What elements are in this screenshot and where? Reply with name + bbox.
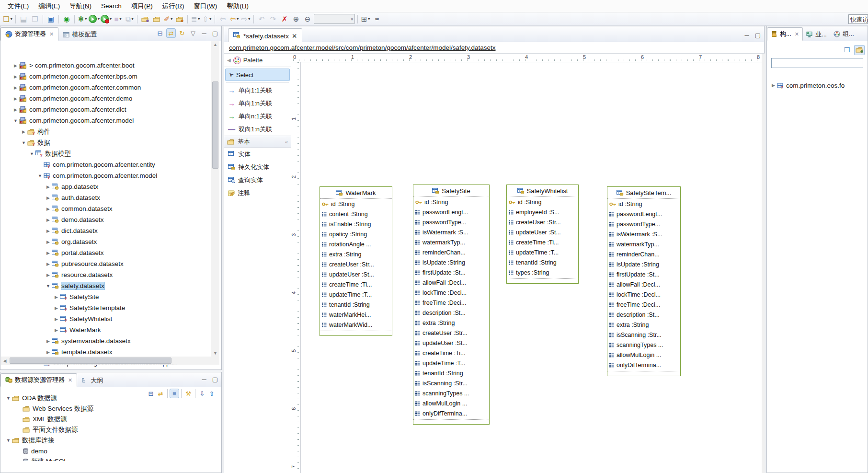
entity-field[interactable]: description :St... (607, 310, 680, 320)
tree-item-safety.datasetx[interactable]: ▼safety.datasetx (45, 280, 104, 291)
redo-button[interactable]: ↷ (268, 14, 278, 24)
entity-field[interactable]: isEnable :String (320, 219, 392, 229)
tree-item-数据模型[interactable]: ▼?数据模型 (28, 148, 71, 159)
chevron-collapsed-icon[interactable]: ▶ (770, 83, 777, 88)
menu-运行R[interactable]: 运行(R) (158, 0, 189, 12)
menu-项目P[interactable]: 项目(P) (126, 0, 158, 12)
chevron-collapsed-icon[interactable]: ▶ (45, 185, 52, 189)
start-server-button[interactable]: ◉ (61, 14, 72, 24)
scroll-down-arrow[interactable]: ▼ (211, 351, 219, 356)
tree-item-构件[interactable]: ▶?构件 (20, 126, 50, 137)
open-console-button[interactable]: ▣ (46, 14, 56, 24)
entity-field[interactable]: passwordLengt... (413, 207, 489, 217)
chevron-expanded-icon[interactable]: ▼ (28, 151, 35, 156)
tree-item-com.primeton.gocom.afcenter.bps.om[interactable]: ▶com.primeton.gocom.afcenter.bps.om (12, 71, 137, 82)
entity-field[interactable]: id :String (413, 197, 489, 207)
entity-field[interactable]: extra :String (413, 318, 489, 328)
open-package-button[interactable] (151, 14, 162, 24)
entity-field[interactable]: content :String (320, 209, 392, 219)
palette-tool-实体[interactable]: 实体 (224, 148, 291, 161)
entity-field[interactable]: scanningTypes ... (413, 388, 489, 398)
chevron-collapsed-icon[interactable]: ▶ (12, 107, 19, 112)
entity-field[interactable]: employeeId :S... (507, 207, 578, 217)
chevron-collapsed-icon[interactable]: ▶ (20, 129, 27, 134)
entity-field[interactable]: createTime :Ti... (413, 348, 489, 358)
right-tab-构[interactable]: 构...✕ (767, 27, 803, 41)
chevron-collapsed-icon[interactable]: ▶ (45, 218, 52, 222)
entity-field[interactable]: tenantId :String (320, 300, 392, 310)
dropdown-arrow-icon[interactable]: ▾ (248, 17, 250, 21)
entity-field[interactable]: createUser :Str... (413, 328, 489, 338)
tree-item-com.primeton.gocom.afcenter.boot[interactable]: ▶> com.primeton.gocom.afcenter.boot (12, 60, 135, 71)
entity-field[interactable]: extra :String (607, 320, 680, 330)
zoom-out-button[interactable]: ⊖ (302, 14, 313, 24)
dropdown-arrow-icon[interactable]: ▾ (85, 17, 87, 21)
tree-item-XML数据源[interactable]: XML 数据源 (15, 414, 67, 425)
chevron-expanded-icon[interactable]: ▼ (20, 140, 27, 145)
minimize-icon[interactable]: ─ (199, 28, 209, 38)
entity-field[interactable]: updateUser :St... (413, 338, 489, 348)
tree-item-demo[interactable]: demo (15, 446, 47, 456)
pin-section-icon[interactable]: « (285, 139, 288, 145)
minimize-icon[interactable]: ─ (199, 374, 209, 384)
close-icon[interactable]: ✕ (49, 31, 54, 37)
new-wizard-button[interactable]: ❏▾ (2, 14, 13, 24)
link-with-editor-icon[interactable]: ⇄ (166, 28, 176, 38)
forward-button[interactable]: ⇨▾ (240, 14, 251, 24)
save-button[interactable]: ⬓ (18, 14, 29, 24)
project-tree-vscrollbar[interactable]: ▲ ▼ (211, 41, 219, 357)
chevron-collapsed-icon[interactable]: ▶ (53, 317, 60, 322)
close-icon[interactable]: ✕ (292, 32, 297, 40)
entity-field[interactable]: watermarkTyp... (607, 239, 680, 249)
entity-field[interactable]: updateTime :T... (413, 358, 489, 368)
entity-box-WaterMark[interactable]: WaterMarkid :Stringcontent :StringisEnab… (320, 186, 392, 336)
entity-field[interactable]: isWatermark :S... (607, 229, 680, 239)
chevron-collapsed-icon[interactable]: ▶ (45, 196, 52, 200)
dropdown-arrow-icon[interactable]: ▾ (98, 17, 100, 21)
profile-button[interactable]: ■▾ (113, 14, 123, 24)
chevron-collapsed-icon[interactable]: ▶ (45, 229, 52, 233)
entity-field[interactable]: onlyDifTermina... (413, 408, 489, 418)
run-launch-button[interactable]: ▾ (101, 14, 112, 24)
debug-button[interactable]: ✱▾ (77, 14, 88, 24)
dropdown-arrow-icon[interactable]: ▾ (171, 17, 172, 21)
entity-field[interactable]: updateUser :St... (507, 227, 578, 237)
entity-title[interactable]: SafetySiteTem... (607, 187, 680, 199)
right-tab-业[interactable]: 业... (803, 28, 830, 41)
tree-item-com.primeton.gocom.afcenter.model[interactable]: ▼?com.primeton.gocom.afcenter.model (36, 170, 157, 181)
chevron-collapsed-icon[interactable]: ▶ (12, 85, 19, 90)
entity-field[interactable]: extra :String (320, 249, 392, 259)
tree-item-平面文件数据源[interactable]: 平面文件数据源 (15, 425, 78, 435)
dropdown-arrow-icon[interactable]: ▾ (237, 17, 239, 21)
scroll-up-arrow[interactable]: ▲ (211, 42, 219, 47)
external-tools-button[interactable]: ⧉▾ (124, 14, 135, 24)
dropdown-arrow-icon[interactable]: ▾ (120, 17, 122, 21)
tree-item-dict.datasetx[interactable]: ▶dict.datasetx (45, 225, 98, 236)
entity-title[interactable]: SafetyWhitelist (507, 185, 578, 197)
zoom-level-combo[interactable]: ▾ (314, 14, 355, 24)
menu-帮助H[interactable]: 帮助(H) (222, 0, 253, 12)
entity-field[interactable]: firstUpdate :St... (413, 267, 489, 277)
palette-tool-双向1:n关联[interactable]: —双向1:n关联 (224, 123, 291, 136)
entity-field[interactable]: allowMulLogin ... (607, 350, 680, 360)
menu-Search[interactable]: Search (96, 0, 126, 12)
show-folders-button[interactable] (854, 45, 865, 55)
entity-field[interactable]: updateTime :T... (507, 247, 578, 257)
chevron-collapsed-icon[interactable]: ▶ (12, 63, 19, 68)
tree-item-common.datasetx[interactable]: ▶common.datasetx (45, 203, 113, 214)
view-menu-icon[interactable]: ▽ (188, 28, 198, 38)
menu-文件F[interactable]: 文件(F) (3, 0, 34, 12)
entity-field[interactable]: reminderChan... (607, 249, 680, 259)
tree-item-com.primeton.gocom.afcenter.model[interactable]: ▼com.primeton.gocom.afcenter.model (12, 115, 134, 126)
palette-header[interactable]: ◀ Palette (224, 54, 291, 67)
entity-field[interactable]: firstUpdate :St... (607, 269, 680, 279)
chevron-expanded-icon[interactable]: ▼ (45, 284, 52, 288)
back-history-button[interactable]: ⇦▾ (229, 14, 240, 24)
entity-field[interactable]: description :St... (413, 308, 489, 318)
entity-field[interactable]: passwordLengt... (607, 209, 680, 219)
entity-field[interactable]: scanningTypes ... (607, 340, 680, 350)
tree-item-SafetyWhitelist[interactable]: ▶?SafetyWhitelist (53, 313, 112, 324)
run-button[interactable]: ▾ (89, 14, 100, 24)
entity-field[interactable]: lockTime :Deci... (607, 289, 680, 300)
entity-field[interactable]: tenantId :String (413, 368, 489, 378)
